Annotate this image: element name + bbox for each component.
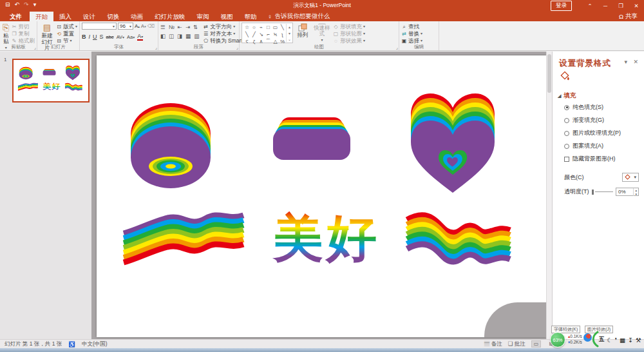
numbering-button[interactable]: № <box>169 24 175 30</box>
paint-bucket-icon[interactable] <box>560 71 571 81</box>
copy-button[interactable]: ❐复制 <box>12 31 35 37</box>
normal-view-button[interactable]: ▭ <box>531 340 542 347</box>
slider-thumb[interactable] <box>592 190 594 195</box>
option-solid-fill[interactable]: 纯色填充(S) <box>564 103 621 112</box>
rainbow-rounded-rect-shape[interactable] <box>273 117 350 160</box>
accessibility-icon[interactable]: ♿ <box>68 341 75 347</box>
format-painter-button[interactable]: ✎格式刷 <box>12 38 35 44</box>
shape-oval-icon[interactable]: ○ <box>251 24 258 31</box>
rainbow-donut-shape[interactable] <box>131 103 211 188</box>
option-pattern-fill[interactable]: 图案填充(A) <box>564 142 621 150</box>
tab-help[interactable]: 帮助 <box>239 12 263 21</box>
tab-insert[interactable]: 插入 <box>53 12 77 21</box>
toolbox-wrench-icon[interactable]: ⚒ <box>636 337 641 344</box>
shrink-font-button[interactable]: A▾ <box>141 23 146 29</box>
tab-file[interactable]: 文件 <box>2 12 30 21</box>
clear-formatting-button[interactable]: ⌫ <box>147 23 155 29</box>
shape-outline-button[interactable]: ▢形状轮廓▾ <box>333 31 365 37</box>
tab-home[interactable]: 开始 <box>30 12 53 21</box>
shape-elbow-icon[interactable]: ⌐ <box>265 31 272 38</box>
align-center-button[interactable]: ◫ <box>169 33 174 39</box>
replace-button[interactable]: ⇄替换▾ <box>401 31 422 37</box>
ime-wubi-icon[interactable]: 五 <box>599 336 605 344</box>
transparency-spinner[interactable]: 0% ▴▾ <box>616 188 639 196</box>
clipboard-dialog-launcher[interactable]: ⌟ <box>34 45 36 50</box>
gallery-more-icon[interactable]: ⌄ <box>288 37 291 41</box>
section-button[interactable]: ⊟节▾ <box>56 38 77 44</box>
color-picker-button[interactable]: ▾ <box>622 173 639 182</box>
increase-indent-button[interactable]: ⇥ <box>185 24 190 30</box>
option-hide-background[interactable]: 隐藏背景图形(H) <box>564 155 621 163</box>
shape-arrow-icon[interactable]: ↘ <box>258 31 265 38</box>
strikethrough-button[interactable]: abc <box>106 34 114 40</box>
align-right-button[interactable]: ◨ <box>177 33 182 39</box>
ime-toolbar[interactable]: 五 ☾ ❜ ▦ ↧ ⚒ <box>599 336 641 344</box>
minimize-icon[interactable]: ─ <box>598 0 613 12</box>
cut-button[interactable]: ✂剪切 <box>12 24 35 30</box>
new-slide-button[interactable]: ▤ 新建 幻灯片 <box>39 23 55 43</box>
transparency-slider[interactable] <box>592 190 614 195</box>
tab-transitions[interactable]: 切换 <box>101 12 125 21</box>
font-name-combo[interactable]: ▾ <box>82 23 117 30</box>
comments-button[interactable]: ❏ 批注 <box>508 340 526 348</box>
shape-line-icon[interactable]: ╲ <box>279 24 286 31</box>
grow-font-button[interactable]: A▴ <box>135 23 140 29</box>
network-speed-monitor[interactable]: ▴0.1K/s ▾0.2K/s <box>568 333 582 345</box>
download-tray-icon[interactable]: ↧ <box>628 337 633 344</box>
bullets-button[interactable]: ☰ <box>160 24 166 30</box>
layout-button[interactable]: ⊡版式▾ <box>56 24 77 30</box>
columns-button[interactable]: ▥ <box>194 33 199 39</box>
paragraph-dialog-launcher[interactable]: ⌟ <box>236 45 238 50</box>
option-gradient-fill[interactable]: 渐变填充(G) <box>564 116 621 124</box>
shapes-gallery[interactable]: ☆ ○ ⌁ □ ▭ ╲ ╲ ╱ ↘ ⌐ Ϟ ʅ ʕ ζ ∧ ⌒ △ <box>242 23 293 43</box>
shape-curve-icon[interactable]: ʅ <box>279 31 286 38</box>
tab-slideshow[interactable]: 幻灯片放映 <box>149 12 191 21</box>
share-button[interactable]: Ω 共享 <box>619 12 638 21</box>
slide[interactable]: 美好 <box>97 55 546 337</box>
spin-down-icon[interactable]: ▾ <box>635 192 637 196</box>
panel-close-icon[interactable]: ✕ <box>633 59 638 65</box>
bold-button[interactable]: B <box>82 34 86 40</box>
rainbow-heart-shape[interactable] <box>411 93 495 193</box>
moon-icon[interactable]: ☾ <box>607 337 613 344</box>
tell-me-box[interactable]: ♀ 告诉我你想要做什么 <box>268 12 330 21</box>
gallery-up-icon[interactable]: ▴ <box>289 24 290 29</box>
scrollbar-thumb[interactable] <box>547 54 551 93</box>
change-case-button[interactable]: Aa▾ <box>127 34 135 40</box>
rainbow-wave-left-shape[interactable] <box>124 215 243 262</box>
font-size-combo[interactable]: 96▾ <box>118 23 133 30</box>
text-shadow-button[interactable]: S <box>100 34 104 40</box>
restore-icon[interactable]: ❐ <box>613 0 629 12</box>
justify-button[interactable]: ▦ <box>185 33 191 39</box>
decrease-indent-button[interactable]: ⇤ <box>178 24 182 30</box>
select-button[interactable]: ▣选择▾ <box>401 38 422 44</box>
overlay-tooltip-2[interactable]: 图片特效(J) <box>585 326 613 333</box>
vertical-scrollbar[interactable] <box>546 52 552 339</box>
font-color-button[interactable]: A▾ <box>137 33 143 41</box>
fill-section-header[interactable]: ◢ 填充 <box>558 92 576 100</box>
tab-design[interactable]: 设计 <box>77 12 101 21</box>
rainbow-wave-right-shape[interactable] <box>407 215 510 262</box>
italic-button[interactable]: I <box>89 34 91 40</box>
green-swoosh-icon[interactable] <box>590 331 599 347</box>
underline-button[interactable]: U <box>93 34 97 40</box>
reset-button[interactable]: ⟲重置 <box>56 31 77 37</box>
tab-view[interactable]: 视图 <box>215 12 239 21</box>
line-spacing-button[interactable]: ⇅ <box>193 24 198 30</box>
shape-zigzag-icon[interactable]: Ϟ <box>272 31 279 38</box>
paste-button[interactable]: ⎘ 粘贴 ▾ <box>2 23 10 43</box>
shape-rounded-rect-icon[interactable]: ▭ <box>272 24 279 31</box>
shape-rect-icon[interactable]: □ <box>265 24 272 31</box>
speedup-ball[interactable]: 63% <box>550 332 565 347</box>
gallery-down-icon[interactable]: ▾ <box>289 31 290 35</box>
align-left-button[interactable]: ◧ <box>160 33 166 39</box>
shape-star-icon[interactable]: ☆ <box>243 24 251 31</box>
sign-in-button[interactable]: 登录 <box>551 1 572 11</box>
language-indicator[interactable]: 中文(中国) <box>82 340 108 348</box>
ribbon-options-icon[interactable]: ⌃ <box>582 0 598 12</box>
drawing-dialog-launcher[interactable]: ⌟ <box>396 45 398 50</box>
shape-line3-icon[interactable]: ╱ <box>251 31 258 38</box>
shape-fill-button[interactable]: ◇形状填充▾ <box>333 24 365 30</box>
close-icon[interactable]: ✕ <box>629 0 644 12</box>
punctuation-icon[interactable]: ❜ <box>615 337 617 344</box>
